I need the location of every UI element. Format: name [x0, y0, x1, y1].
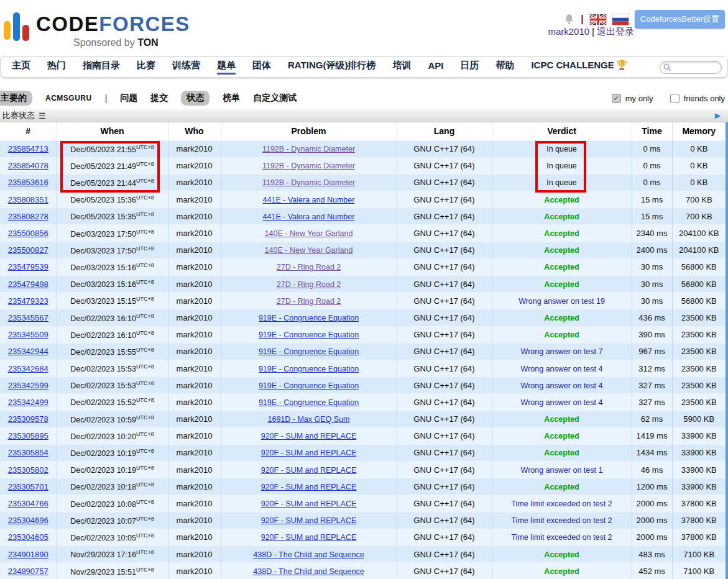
submission-link[interactable]: 235305802	[8, 465, 48, 475]
uk-flag-icon[interactable]	[590, 14, 606, 25]
submission-link[interactable]: 235500856	[8, 229, 48, 238]
nav-item-5[interactable]: 训练营	[172, 60, 200, 75]
problem-link[interactable]: 438D - The Child and Sequence	[253, 567, 364, 576]
bell-icon[interactable]	[564, 14, 574, 25]
problem-link[interactable]: 27D - Ring Road 2	[277, 263, 341, 271]
submission-link[interactable]: 235808351	[8, 195, 48, 204]
nav-item-7[interactable]: 团体	[252, 60, 271, 75]
submission-link[interactable]: 235304696	[8, 516, 48, 525]
subnav-item-5[interactable]: 提交	[150, 93, 168, 104]
subnav-item-7[interactable]: 榜单	[223, 93, 240, 104]
who-link[interactable]: mark2010	[177, 195, 213, 204]
problem-link[interactable]: 27D - Ring Road 2	[277, 297, 341, 306]
problem-link[interactable]: 919E - Congruence Equation	[259, 381, 359, 390]
nav-item-11[interactable]: 日历	[460, 60, 479, 75]
who-link[interactable]: mark2010	[177, 532, 213, 542]
submission-link[interactable]: 235479498	[8, 280, 48, 289]
search-input[interactable]	[671, 63, 715, 72]
problem-link[interactable]: 920F - SUM and REPLACE	[261, 449, 357, 457]
submission-link[interactable]: 235854078	[8, 161, 48, 170]
expand-arrow-icon[interactable]: ▶	[715, 111, 721, 120]
who-link[interactable]: mark2010	[177, 567, 213, 576]
my-only-checkbox[interactable]: ✓ my only	[612, 94, 653, 103]
who-link[interactable]: mark2010	[177, 431, 213, 440]
submission-link[interactable]: 235305895	[8, 431, 48, 440]
problem-link[interactable]: 919E - Congruence Equation	[259, 347, 359, 356]
submission-link[interactable]: 234901890	[8, 550, 48, 559]
who-link[interactable]: mark2010	[177, 144, 213, 153]
submission-link[interactable]: 235808278	[8, 212, 48, 221]
problem-link[interactable]: 140E - New Year Garland	[265, 246, 353, 255]
nav-item-13[interactable]: ICPC CHALLENGE🏆	[531, 60, 627, 74]
nav-item-3[interactable]: 指南目录	[83, 60, 120, 75]
submission-link[interactable]: 235853616	[8, 178, 48, 187]
codeforces-logo[interactable]: CODEFORCES Sponsored by TON	[4, 7, 215, 52]
username-link[interactable]: mark2010	[548, 26, 589, 37]
problem-link[interactable]: 1192B - Dynamic Diameter	[262, 145, 355, 153]
submission-link[interactable]: 235345509	[8, 330, 48, 339]
who-link[interactable]: mark2010	[177, 516, 213, 525]
submission-link[interactable]: 235305701	[8, 482, 48, 491]
submission-link[interactable]: 234890757	[8, 567, 48, 576]
nav-item-12[interactable]: 帮助	[495, 60, 514, 75]
who-link[interactable]: mark2010	[177, 245, 213, 255]
submission-link[interactable]: 235854713	[8, 144, 48, 153]
nav-item-2[interactable]: 热门	[47, 60, 66, 75]
who-link[interactable]: mark2010	[177, 161, 213, 170]
who-link[interactable]: mark2010	[177, 398, 213, 407]
subnav-item-2[interactable]: ACMSGURU	[45, 94, 92, 103]
problem-link[interactable]: 919E - Congruence Equation	[259, 398, 359, 407]
subnav-item-8[interactable]: 自定义测试	[253, 93, 297, 104]
nav-item-9[interactable]: 培训	[392, 60, 411, 75]
subnav-item-4[interactable]: 问题	[120, 93, 137, 104]
who-link[interactable]: mark2010	[177, 313, 213, 322]
problem-link[interactable]: 441E - Valera and Number	[263, 196, 355, 204]
logout-link[interactable]: 退出登录	[597, 26, 634, 37]
problem-link[interactable]: 140E - New Year Garland	[265, 229, 353, 238]
submission-link[interactable]: 235500827	[8, 245, 48, 255]
submission-link[interactable]: 235309578	[8, 414, 48, 424]
who-link[interactable]: mark2010	[177, 448, 213, 457]
problem-link[interactable]: 1192B - Dynamic Diameter	[262, 162, 355, 170]
who-link[interactable]: mark2010	[177, 347, 213, 356]
problem-link[interactable]: 920F - SUM and REPLACE	[261, 432, 357, 440]
who-link[interactable]: mark2010	[177, 381, 213, 390]
nav-item-10[interactable]: API	[428, 60, 443, 74]
list-icon[interactable]: ☰	[39, 111, 46, 121]
friends-only-checkbox[interactable]: friends only	[670, 94, 725, 103]
problem-link[interactable]: 1192B - Dynamic Diameter	[262, 178, 355, 187]
submission-link[interactable]: 235304605	[8, 532, 48, 542]
who-link[interactable]: mark2010	[177, 330, 213, 339]
problem-link[interactable]: 27D - Ring Road 2	[277, 280, 341, 289]
nav-item-1[interactable]: 主页	[12, 60, 30, 75]
problem-link[interactable]: 919E - Congruence Equation	[259, 331, 359, 339]
submission-link[interactable]: 235342684	[8, 364, 48, 373]
who-link[interactable]: mark2010	[177, 178, 213, 187]
who-link[interactable]: mark2010	[177, 465, 213, 475]
submission-link[interactable]: 235479323	[8, 296, 48, 306]
subnav-item-6[interactable]: 状态	[181, 91, 210, 106]
who-link[interactable]: mark2010	[177, 280, 213, 289]
who-link[interactable]: mark2010	[177, 550, 213, 559]
codeforces-better-settings-button[interactable]: CodeforcesBetter设置	[635, 10, 725, 29]
problem-link[interactable]: 920F - SUM and REPLACE	[261, 466, 357, 475]
problem-link[interactable]: 1691D - Max GEQ Sum	[268, 415, 350, 424]
submission-link[interactable]: 235342499	[8, 398, 48, 407]
who-link[interactable]: mark2010	[177, 482, 213, 491]
submission-link[interactable]: 235345567	[8, 313, 48, 322]
submission-link[interactable]: 235304766	[8, 499, 48, 508]
ru-flag-icon[interactable]	[612, 14, 629, 25]
who-link[interactable]: mark2010	[177, 262, 213, 271]
who-link[interactable]: mark2010	[177, 212, 213, 221]
nav-item-8[interactable]: RATING(评级)排行榜	[288, 60, 376, 75]
nav-item-4[interactable]: 比赛	[137, 60, 155, 75]
problem-link[interactable]: 920F - SUM and REPLACE	[261, 483, 357, 491]
problem-link[interactable]: 920F - SUM and REPLACE	[261, 516, 357, 525]
problem-link[interactable]: 920F - SUM and REPLACE	[261, 499, 357, 508]
nav-item-6[interactable]: 题单	[217, 60, 236, 75]
who-link[interactable]: mark2010	[177, 364, 213, 373]
who-link[interactable]: mark2010	[177, 229, 213, 238]
submission-link[interactable]: 235479539	[8, 262, 48, 271]
subnav-item-1[interactable]: 主要的	[0, 91, 32, 106]
who-link[interactable]: mark2010	[177, 499, 213, 508]
